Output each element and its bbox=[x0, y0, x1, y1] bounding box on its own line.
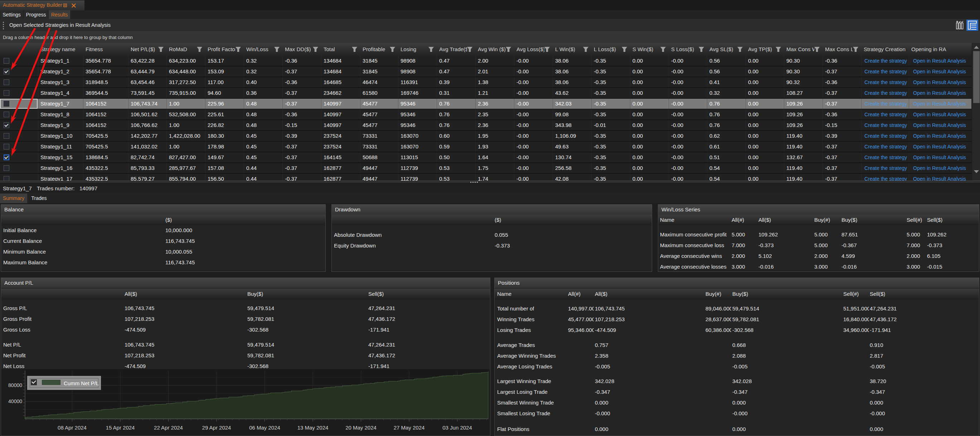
svg-text:06 May 2024: 06 May 2024 bbox=[249, 425, 280, 431]
svg-text:03 Jun 2024: 03 Jun 2024 bbox=[442, 425, 472, 431]
svg-text:40000: 40000 bbox=[8, 398, 22, 404]
svg-text:15 Apr 2024: 15 Apr 2024 bbox=[106, 425, 135, 431]
svg-text:20 May 2024: 20 May 2024 bbox=[345, 425, 377, 431]
svg-text:13 May 2024: 13 May 2024 bbox=[298, 425, 329, 431]
svg-text:27 May 2024: 27 May 2024 bbox=[394, 425, 425, 431]
svg-text:80000: 80000 bbox=[8, 382, 22, 388]
svg-text:08 Apr 2024: 08 Apr 2024 bbox=[57, 425, 87, 431]
svg-text:22 Apr 2024: 22 Apr 2024 bbox=[154, 425, 183, 431]
svg-text:29 Apr 2024: 29 Apr 2024 bbox=[202, 425, 231, 431]
